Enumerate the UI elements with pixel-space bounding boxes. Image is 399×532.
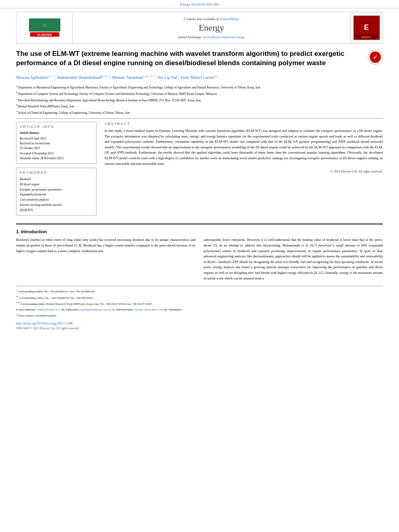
section-divider (16, 118, 383, 119)
sciencedirect-link[interactable]: ScienceDirect (220, 17, 239, 21)
section-title: 1. Introduction (16, 229, 383, 234)
doi-link[interactable]: http://dx.doi.org/10.1016/j.energy.2015.… (16, 321, 383, 326)
elsevier-logo: 🌿 ELSEVIER (27, 18, 63, 38)
journal-header: 🌿 ELSEVIER Contents lists available at S… (16, 12, 383, 44)
affil-e: e School of Chemical Engineering, Colleg… (16, 109, 383, 115)
svg-text:ENERGY: ENERGY (361, 36, 371, 38)
authors-list: Mortaza Aghbashloa, *, 1, Shahaboddin Sh… (16, 74, 383, 81)
history-label: Article history: (20, 131, 93, 135)
author-2: Shahaboddin Shamshirbandb, **, 1 (57, 75, 110, 80)
keyword-6: Extreme learning machine-wavelet (20, 203, 93, 207)
footnote-email: E-mail addresses: magfhashlo@ut.ac.ir (M… (16, 308, 383, 312)
author-3: Meisam Tabatabaeic, d, ***, 1 (112, 75, 156, 80)
author-4: Por Lip Yeeb (158, 75, 178, 80)
history-revised-label: Received in revised form (20, 141, 93, 146)
intro-col-1: Biodiesel (methyl or ethyl esters of lon… (16, 237, 195, 281)
affil-d: d Biofuel Research Team (BRTeam), Karaj,… (16, 103, 383, 109)
copyright-notice: © 2015 Elsevier Ltd. All rights reserved… (105, 170, 383, 173)
info-abstract-section: ARTICLE INFO Article history: Received 6… (16, 122, 383, 216)
svg-text:🌿: 🌿 (43, 23, 47, 28)
history-received: Received 6 June 2015 (20, 136, 93, 141)
svg-text:✓: ✓ (373, 54, 378, 60)
article-info-header: ARTICLE INFO (20, 125, 93, 129)
journal-homepage: journal homepage: www.elsevier.com/locat… (178, 35, 245, 39)
introduction-columns: Biodiesel (methyl or ethyl esters of lon… (16, 237, 383, 281)
crossmark-badge[interactable]: ✓ CrossMark (368, 49, 383, 65)
homepage-url[interactable]: www.elsevier.com/locate/energy (203, 35, 245, 39)
left-column: ARTICLE INFO Article history: Received 6… (16, 122, 97, 216)
footnote-3: *** Corresponding author. Biofuel Resear… (16, 301, 383, 307)
affil-c: c Microbial Biotechnology and Biosafety … (16, 97, 383, 103)
author-5: Yaser Nabavi Larimid, e (180, 75, 218, 80)
elsevier-svg-logo: 🌿 ELSEVIER (27, 18, 63, 38)
footnote-1: * Corresponding author. Tel.: +98 263280… (16, 289, 383, 294)
article-title-section: The use of ELM-WT (extreme learning mach… (16, 49, 383, 70)
affil-b: b Department of Computer System and Tech… (16, 90, 383, 96)
article-title: The use of ELM-WT (extreme learning mach… (16, 49, 363, 68)
keyword-5: Cost sensitivity analysis (20, 197, 93, 202)
citation-text: Energy 94 (2016) 443–456 (180, 2, 219, 6)
email-3[interactable]: meisam_tab@yahoo.com (134, 308, 163, 311)
footnote-equal: 1 These authors contributed equally. (16, 313, 383, 318)
keywords-box: Keywords: Biodiesel DI diesel engine Exe… (16, 168, 97, 216)
keyword-7: (ELM-WT) (20, 208, 93, 212)
footnote-2: ** Corresponding author. Tel.: +60114626… (16, 295, 383, 301)
journal-title: Energy (199, 23, 224, 33)
keyword-1: Biodiesel (20, 177, 93, 181)
svg-text:ELSEVIER: ELSEVIER (37, 33, 52, 37)
issn-line: 0360-5442/© 2015 Elsevier Ltd. All right… (16, 326, 383, 331)
svg-text:E: E (364, 23, 368, 31)
affiliations-section: a Department of Mechanical Engineering o… (16, 84, 383, 115)
journal-citation: Energy 94 (2016) 443–456 (0, 0, 399, 8)
history-online: Available online 28 November 2015 (20, 156, 93, 160)
section-number: 1. (16, 229, 20, 234)
energy-logo-svg: E ENERGY (354, 16, 380, 40)
elsevier-logo-section: 🌿 ELSEVIER (16, 12, 73, 43)
keyword-2: DI diesel engine (20, 182, 93, 187)
energy-logo: E ENERGY (354, 16, 380, 40)
section-name: Introduction (21, 229, 47, 234)
introduction-section: 1. Introduction Biodiesel (methyl or eth… (16, 224, 383, 281)
email-2[interactable]: shamshirband@um.edu.my (80, 308, 111, 311)
author-1: Mortaza Aghbashloa, *, 1 (16, 75, 55, 80)
journal-name-section: Contents lists available at ScienceDirec… (73, 12, 350, 43)
abstract-header: ABSTRACT (105, 122, 383, 126)
history-accepted: Accepted 4 November 2015 (20, 151, 93, 156)
keyword-4: Expanded polystyrene (20, 192, 93, 197)
energy-logo-section: E ENERGY (350, 12, 383, 43)
svg-text:CrossMark: CrossMark (371, 62, 379, 64)
history-revised-date: 25 October 2015 (20, 146, 93, 150)
affil-a: a Department of Mechanical Engineering o… (16, 84, 383, 90)
contents-line: Contents lists available at ScienceDirec… (184, 17, 239, 21)
email-1[interactable]: magfhashlo@ut.ac.ir (37, 308, 60, 311)
right-column: ABSTRACT In this study, a novel method b… (105, 122, 383, 216)
footnotes-section: * Corresponding author. Tel.: +98 263280… (16, 286, 383, 331)
keyword-3: Exergetic performance parameters (20, 187, 93, 192)
main-content: The use of ELM-WT (extreme learning mach… (0, 49, 399, 331)
article-info-box: ARTICLE INFO Article history: Received 6… (16, 122, 97, 164)
keywords-header: Keywords: (20, 170, 93, 175)
abstract-body: In this study, a novel method based on E… (105, 128, 383, 166)
intro-col-2: subsequently lower emissions. However, i… (204, 237, 383, 281)
